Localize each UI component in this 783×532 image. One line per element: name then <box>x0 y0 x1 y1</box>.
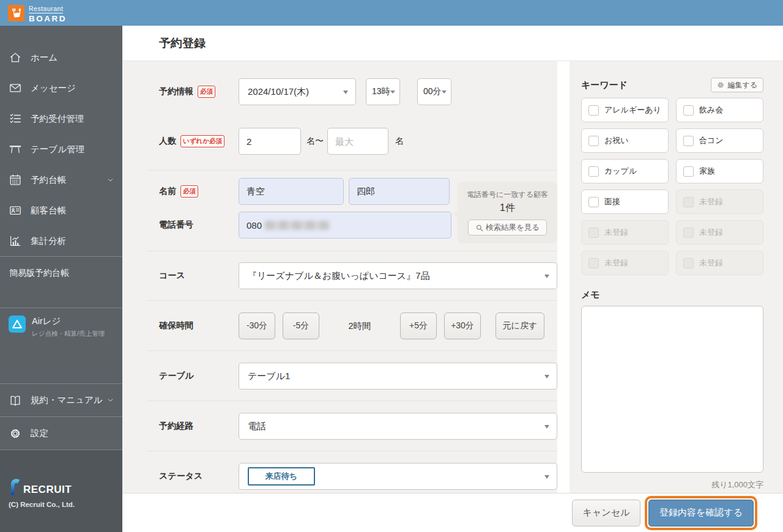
sidebar-item-label: 規約・マニュアル <box>31 394 103 406</box>
copyright-text: (C) Recruit Co., Ltd. <box>9 501 122 508</box>
minute-select-value: 00分 <box>423 86 442 97</box>
sidebar-item-home[interactable]: ホーム <box>0 42 122 73</box>
keyword-checkbox[interactable] <box>683 166 694 177</box>
field-label: 人数 <box>159 136 176 147</box>
duration-minus-5-button[interactable]: -5分 <box>283 312 319 339</box>
dropdown-arrow-icon <box>544 425 549 429</box>
keyword-label: 未登録 <box>604 227 628 238</box>
row-route: 予約経路 電話 <box>122 413 557 440</box>
keyword-checkbox[interactable] <box>588 166 599 177</box>
keyword-card-allergy[interactable]: アレルギーあり <box>581 98 669 122</box>
dropdown-arrow-icon <box>442 91 447 94</box>
edit-keywords-label: 編集する <box>727 80 757 91</box>
field-label: ステータス <box>159 471 202 482</box>
field-label: 電話番号 <box>159 220 193 231</box>
brand[interactable]: Restaurant BOARD <box>29 3 67 23</box>
keyword-checkbox[interactable] <box>588 105 599 116</box>
sidebar-item-settings[interactable]: 設定 <box>0 417 122 449</box>
sidebar-item-table-management[interactable]: テーブル管理 <box>0 134 122 164</box>
keyword-checkbox <box>683 197 694 207</box>
sidebar-item-reservation-book[interactable]: 予約台帳 <box>0 164 122 195</box>
form-divider <box>147 300 557 301</box>
cancel-button[interactable]: キャンセル <box>572 500 640 526</box>
keyword-label: 合コン <box>699 135 724 146</box>
keyword-card-couple[interactable]: カップル <box>581 159 669 183</box>
sidebar-item-label: 予約台帳 <box>31 174 66 186</box>
phone-visible-digits: 080 <box>247 220 262 231</box>
keyword-card-group-date[interactable]: 合コン <box>676 128 763 153</box>
confirm-registration-button[interactable]: 登録内容を確認する <box>648 500 754 526</box>
keyword-card-celebration[interactable]: お祝い <box>581 128 669 153</box>
field-label: 予約経路 <box>159 421 193 432</box>
route-select-value: 電話 <box>248 421 266 432</box>
keyword-label: カップル <box>604 166 637 177</box>
duration-label-group: 確保時間 <box>122 320 239 331</box>
keyword-card-family[interactable]: 家族 <box>676 159 763 183</box>
phone-blurred-digits <box>265 221 330 230</box>
keyword-checkbox[interactable] <box>588 136 599 146</box>
phone-input[interactable]: 080 <box>239 212 451 238</box>
keyword-card-unregistered: 未登録 <box>676 251 763 275</box>
dropdown-arrow-icon <box>544 475 549 479</box>
top-bar: Restaurant BOARD <box>0 0 783 26</box>
status-select[interactable]: 来店待ち <box>239 463 557 490</box>
party-size-label-group: 人数 いずれか必須 <box>122 135 239 147</box>
duration-minus-30-button[interactable]: -30分 <box>239 312 275 339</box>
sidebar-nav: ホーム メッセージ 予約受付管理 テーブル管理 予約台帳 顧客台帳 <box>0 26 122 256</box>
sidebar-item-analytics[interactable]: 集計分析 <box>0 226 122 256</box>
date-select[interactable]: 2024/10/17(木) <box>239 78 356 105</box>
min-people-input[interactable] <box>239 128 301 155</box>
keywords-title: キーワード <box>581 79 628 91</box>
table-select[interactable]: テーブル1 <box>239 363 557 390</box>
edit-keywords-button[interactable]: 編集する <box>711 78 763 92</box>
sidebar-item-terms-manual[interactable]: 規約・マニュアル <box>0 384 122 416</box>
minute-select[interactable]: 00分 <box>417 78 451 105</box>
form-divider <box>147 401 557 401</box>
date-select-value: 2024/10/17(木) <box>248 86 309 98</box>
view-search-results-button[interactable]: 検索結果を見る <box>468 220 547 235</box>
keyword-checkbox[interactable] <box>683 105 694 116</box>
first-name-input[interactable] <box>349 178 450 205</box>
book-icon <box>9 394 22 407</box>
hour-select[interactable]: 13時 <box>366 78 400 105</box>
keyword-card-drinking-party[interactable]: 飲み会 <box>676 98 763 122</box>
course-select[interactable]: 『リーズナブル＆お腹いっぱいコース』7品 <box>239 262 557 289</box>
sidebar-item-customer-book[interactable]: 顧客台帳 <box>0 195 122 226</box>
duration-plus-30-button[interactable]: +30分 <box>444 312 481 339</box>
view-search-results-label: 検索結果を見る <box>486 223 540 233</box>
last-name-input[interactable] <box>239 178 344 205</box>
sidebar-item-label: 設定 <box>31 427 48 439</box>
duration-plus-5-button[interactable]: +5分 <box>400 312 437 339</box>
memo-textarea[interactable] <box>581 306 763 473</box>
keyword-checkbox[interactable] <box>683 136 694 146</box>
min-people-unit: 名〜 <box>306 136 324 147</box>
airregi-subtitle: レジ点検・精算/売上管理 <box>32 330 105 338</box>
keyword-label: 飲み会 <box>699 105 723 116</box>
recruit-logo: RECRUIT <box>9 476 122 496</box>
required-badge: 必須 <box>198 86 215 98</box>
hour-select-value: 13時 <box>372 86 390 97</box>
keyword-card-unregistered: 未登録 <box>676 220 763 245</box>
keyword-checkbox <box>588 227 599 238</box>
route-select[interactable]: 電話 <box>239 413 557 440</box>
keyword-checkbox[interactable] <box>588 197 599 207</box>
sidebar-item-label: 顧客台帳 <box>31 205 66 216</box>
sidebar-item-simple-reservation-book[interactable]: 簡易版予約台帳 <box>0 257 122 290</box>
either-required-badge: いずれか必須 <box>180 135 225 147</box>
recruit-wordmark: RECRUIT <box>23 484 72 496</box>
field-label: 予約情報 <box>159 86 193 97</box>
form-divider <box>147 350 557 351</box>
row-course: コース 『リーズナブル＆お腹いっぱいコース』7品 <box>122 262 557 289</box>
recruit-r-icon <box>9 476 22 496</box>
brand-restaurant: Restaurant <box>29 6 63 14</box>
duration-value: 2時間 <box>341 320 378 332</box>
brand-board: BOARD <box>29 15 67 23</box>
max-people-input[interactable] <box>327 128 388 155</box>
duration-reset-button[interactable]: 元に戻す <box>495 312 544 339</box>
sidebar-item-messages[interactable]: メッセージ <box>0 73 122 103</box>
sidebar-item-airregi[interactable]: Airレジ レジ点検・精算/売上管理 <box>9 316 122 338</box>
panel-gutter <box>557 61 570 493</box>
keyword-card-interview[interactable]: 面接 <box>581 190 669 214</box>
keyword-card-unregistered: 未登録 <box>581 251 669 275</box>
sidebar-item-reservation-requests[interactable]: 予約受付管理 <box>0 103 122 134</box>
